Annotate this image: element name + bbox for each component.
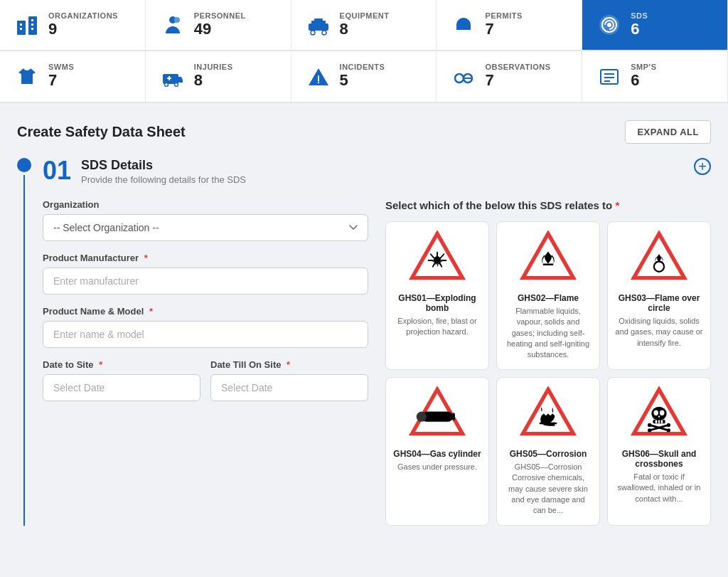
date-till-input[interactable] xyxy=(210,374,368,401)
stat-smps[interactable]: SMP'S 6 xyxy=(582,51,728,102)
stat-sds[interactable]: SDS 6 xyxy=(582,0,728,51)
product-label: Product Name & Model * xyxy=(43,306,368,317)
helmet-icon xyxy=(451,12,476,38)
stat-incidents[interactable]: INCIDENTS 5 xyxy=(291,51,437,102)
svg-rect-2 xyxy=(20,23,22,26)
svg-rect-49 xyxy=(452,413,455,420)
ghs06-desc: Fatal or toxic if swallowed, inhaled or … xyxy=(615,472,703,504)
step-indicator xyxy=(17,158,31,526)
shirt-icon xyxy=(14,64,40,90)
observations-value: 7 xyxy=(485,71,550,90)
stat-personnel[interactable]: PERSONNEL 49 xyxy=(146,0,291,51)
injuries-label: INJURIES xyxy=(194,63,233,71)
skull-icon xyxy=(631,386,687,443)
incidents-value: 5 xyxy=(340,71,385,90)
ghs01-desc: Explosion, fire, blast or projection haz… xyxy=(393,316,481,338)
product-input[interactable] xyxy=(43,321,368,348)
stat-organizations[interactable]: ORGANIZATIONS 9 xyxy=(0,0,146,51)
sds-icon xyxy=(596,12,622,38)
permits-label: PERMITS xyxy=(485,11,522,20)
stats-row-1: ORGANIZATIONS 9 PERSONNEL 49 EQUIPMENT 8… xyxy=(0,0,728,51)
left-column: Organization -- Select Organization -- P… xyxy=(43,199,368,526)
stats-row-2: SWMS 7 INJURIES 8 INCIDENTS 5 OBSERVATIO… xyxy=(0,51,728,102)
ghs-grid: GHS01—Exploding bomb Explosion, fire, bl… xyxy=(385,221,711,526)
ghs04-card[interactable]: GHS04—Gas cylinder Gases under pressure. xyxy=(385,377,489,526)
svg-point-65 xyxy=(667,428,670,432)
personnel-value: 49 xyxy=(194,20,246,38)
ghs03-name: GHS03—Flame over circle xyxy=(615,293,703,313)
svg-rect-6 xyxy=(31,28,33,30)
svg-point-58 xyxy=(654,410,658,415)
expand-all-button[interactable]: EXPAND ALL xyxy=(625,120,711,144)
organization-field: Organization -- Select Organization -- xyxy=(43,199,368,241)
ambulance-icon xyxy=(160,64,186,90)
ghs03-card[interactable]: GHS03—Flame over circle Oxidising liquid… xyxy=(607,221,711,370)
sds-label: SDS xyxy=(631,11,648,20)
date-till-label: Date Till On Site * xyxy=(210,359,368,370)
swms-value: 7 xyxy=(48,71,74,90)
step-circle xyxy=(17,158,31,172)
incidents-label: INCIDENTS xyxy=(340,63,385,71)
personnel-label: PERSONNEL xyxy=(194,11,246,20)
organization-select[interactable]: -- Select Organization -- xyxy=(43,214,368,241)
svg-rect-22 xyxy=(318,75,319,81)
ghs03-desc: Oxidising liquids, solids and gases, may… xyxy=(615,316,703,349)
smps-value: 6 xyxy=(631,71,656,90)
ghs-section-title: Select which of the below this SDS relat… xyxy=(385,199,711,211)
stat-observations[interactable]: OBSERVATIONS 7 xyxy=(437,51,582,102)
date-till-field: Date Till On Site * xyxy=(210,359,368,401)
svg-rect-3 xyxy=(20,28,22,30)
manufacturer-field: Product Manufacturer * xyxy=(43,253,368,295)
stat-swms[interactable]: SWMS 7 xyxy=(0,51,146,102)
svg-point-53 xyxy=(651,407,666,420)
ghs06-card[interactable]: GHS06—Skull and crossbones Fatal or toxi… xyxy=(607,377,711,526)
svg-rect-19 xyxy=(167,78,171,79)
ghs02-card[interactable]: GHS02—Flame Flammable liquids, vapour, s… xyxy=(496,221,600,370)
ghs06-name: GHS06—Skull and crossbones xyxy=(615,449,703,469)
glasses-icon xyxy=(451,64,476,90)
form-header: Create Safety Data Sheet EXPAND ALL xyxy=(17,120,711,144)
explosion-icon xyxy=(409,231,466,287)
step-number: 01 xyxy=(43,158,71,184)
manufacturer-input[interactable] xyxy=(43,268,368,295)
step-line xyxy=(23,175,25,526)
product-field: Product Name & Model * xyxy=(43,306,368,348)
ghs04-name: GHS04—Gas cylinder xyxy=(393,449,481,459)
ghs05-card[interactable]: GHS05—Corrosion GHS05—Corrosion Corrosiv… xyxy=(496,377,600,526)
svg-point-62 xyxy=(648,423,651,426)
swms-label: SWMS xyxy=(48,63,74,71)
date-to-site-field: Date to Site * xyxy=(43,359,200,401)
gas-cylinder-icon xyxy=(409,386,466,443)
svg-marker-45 xyxy=(412,389,462,433)
svg-rect-55 xyxy=(655,420,658,423)
date-to-site-input[interactable] xyxy=(43,374,200,401)
svg-point-59 xyxy=(660,410,664,415)
stat-permits[interactable]: PERMITS 7 xyxy=(437,0,582,51)
corrosion-icon xyxy=(520,386,577,443)
ghs01-card[interactable]: GHS01—Exploding bomb Explosion, fire, bl… xyxy=(385,221,489,370)
date-to-site-label: Date to Site * xyxy=(43,359,200,370)
svg-marker-50 xyxy=(523,389,573,433)
manufacturer-required: * xyxy=(141,253,148,263)
svg-rect-56 xyxy=(658,420,660,423)
step-expand-button[interactable]: + xyxy=(694,158,711,175)
svg-rect-5 xyxy=(31,23,33,26)
ghs02-name: GHS02—Flame xyxy=(518,293,579,303)
ghs05-desc: GHS05—Corrosion Corrosive chemicals, may… xyxy=(504,462,592,517)
svg-point-8 xyxy=(174,17,180,23)
main-content: Create Safety Data Sheet EXPAND ALL 01 S… xyxy=(0,103,728,543)
svg-rect-4 xyxy=(31,19,33,21)
ghs04-desc: Gases under pressure. xyxy=(397,462,477,472)
ghs01-name: GHS01—Exploding bomb xyxy=(393,293,481,313)
stat-equipment[interactable]: EQUIPMENT 8 xyxy=(291,0,437,51)
injuries-value: 8 xyxy=(194,71,233,90)
svg-point-63 xyxy=(667,423,670,426)
flame-icon xyxy=(520,231,577,287)
step-content: 01 SDS Details Provide the following det… xyxy=(43,158,711,526)
organizations-value: 9 xyxy=(48,20,118,38)
list-icon xyxy=(596,64,622,90)
organization-label: Organization xyxy=(43,199,368,210)
stat-injuries[interactable]: INJURIES 8 xyxy=(146,51,291,102)
svg-point-24 xyxy=(455,74,464,83)
svg-point-47 xyxy=(417,411,427,421)
